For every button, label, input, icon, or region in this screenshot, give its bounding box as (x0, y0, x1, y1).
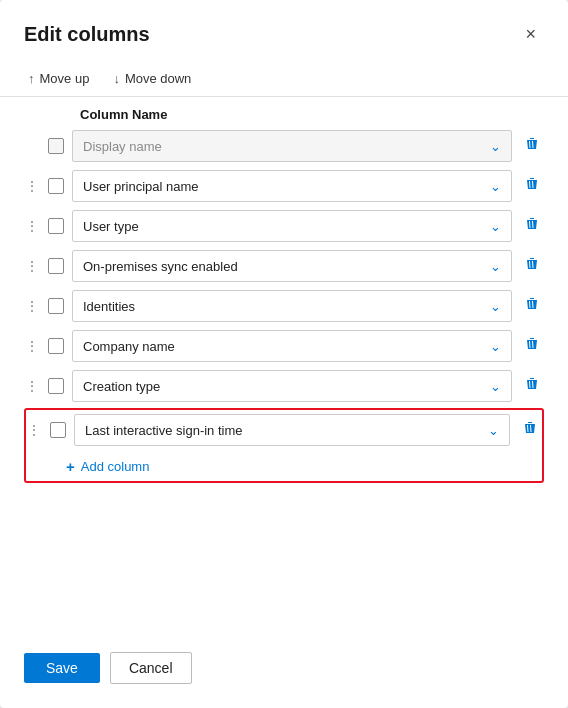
column-select[interactable]: Identities⌄ (72, 290, 512, 322)
delete-column-button[interactable] (520, 294, 544, 318)
table-row: ⋮User principal name⌄ (24, 168, 544, 204)
drag-handle-icon[interactable]: ⋮ (24, 378, 40, 394)
chevron-down-icon: ⌄ (488, 423, 499, 438)
highlighted-section: ⋮Last interactive sign-in time⌄ +Add col… (24, 408, 544, 483)
column-select[interactable]: User type⌄ (72, 210, 512, 242)
row-checkbox[interactable] (50, 422, 66, 438)
move-up-icon: ↑ (28, 71, 35, 86)
column-select-label: Creation type (83, 379, 160, 394)
drag-handle-icon[interactable]: ⋮ (24, 178, 40, 194)
column-select[interactable]: Company name⌄ (72, 330, 512, 362)
delete-column-button[interactable] (520, 334, 544, 358)
table-row: ⋮Creation type⌄ (24, 368, 544, 404)
column-select-label: User type (83, 219, 139, 234)
column-select-label: On-premises sync enabled (83, 259, 238, 274)
cancel-button[interactable]: Cancel (110, 652, 192, 684)
column-select[interactable]: Display name⌄ (72, 130, 512, 162)
delete-column-button[interactable] (520, 174, 544, 198)
table-row: ⋮On-premises sync enabled⌄ (24, 248, 544, 284)
chevron-down-icon: ⌄ (490, 379, 501, 394)
column-select[interactable]: Last interactive sign-in time⌄ (74, 414, 510, 446)
add-column-label: Add column (81, 459, 150, 474)
table-row: ⋮Company name⌄ (24, 328, 544, 364)
delete-column-button[interactable] (520, 254, 544, 278)
add-column-button[interactable]: +Add column (26, 452, 542, 479)
dialog-title: Edit columns (24, 23, 150, 46)
move-up-label: Move up (40, 71, 90, 86)
edit-columns-dialog: Edit columns × ↑ Move up ↓ Move down Col… (0, 0, 568, 708)
delete-column-button[interactable] (520, 374, 544, 398)
column-name-header: Column Name (0, 97, 568, 128)
delete-column-button[interactable] (518, 418, 542, 442)
chevron-down-icon: ⌄ (490, 179, 501, 194)
column-select-label: Company name (83, 339, 175, 354)
move-down-button[interactable]: ↓ Move down (109, 69, 195, 88)
dialog-header: Edit columns × (0, 0, 568, 61)
row-checkbox[interactable] (48, 298, 64, 314)
column-select[interactable]: User principal name⌄ (72, 170, 512, 202)
drag-handle-icon[interactable]: ⋮ (24, 298, 40, 314)
move-up-button[interactable]: ↑ Move up (24, 69, 93, 88)
delete-column-button[interactable] (520, 214, 544, 238)
add-icon: + (66, 458, 75, 475)
dialog-footer: Save Cancel (0, 632, 568, 708)
table-row: ⋮Identities⌄ (24, 288, 544, 324)
column-select-label: Identities (83, 299, 135, 314)
drag-handle-icon[interactable]: ⋮ (24, 218, 40, 234)
table-row: Display name⌄ (24, 128, 544, 164)
table-row: ⋮Last interactive sign-in time⌄ (26, 412, 542, 448)
save-button[interactable]: Save (24, 653, 100, 683)
row-checkbox[interactable] (48, 218, 64, 234)
column-list: Display name⌄ ⋮User principal name⌄ ⋮Use… (0, 128, 568, 632)
drag-handle-icon[interactable]: ⋮ (24, 258, 40, 274)
column-select[interactable]: On-premises sync enabled⌄ (72, 250, 512, 282)
row-checkbox[interactable] (48, 378, 64, 394)
delete-column-button (520, 134, 544, 158)
column-select-label: User principal name (83, 179, 199, 194)
column-select-label: Last interactive sign-in time (85, 423, 243, 438)
row-checkbox[interactable] (48, 338, 64, 354)
chevron-down-icon: ⌄ (490, 339, 501, 354)
column-select-label: Display name (83, 139, 162, 154)
chevron-down-icon: ⌄ (490, 299, 501, 314)
table-row: ⋮User type⌄ (24, 208, 544, 244)
chevron-down-icon: ⌄ (490, 219, 501, 234)
row-checkbox (48, 138, 64, 154)
column-select[interactable]: Creation type⌄ (72, 370, 512, 402)
move-down-label: Move down (125, 71, 191, 86)
chevron-down-icon: ⌄ (490, 139, 501, 154)
chevron-down-icon: ⌄ (490, 259, 501, 274)
move-down-icon: ↓ (113, 71, 120, 86)
toolbar: ↑ Move up ↓ Move down (0, 61, 568, 97)
drag-handle-icon[interactable]: ⋮ (24, 338, 40, 354)
row-checkbox[interactable] (48, 178, 64, 194)
row-checkbox[interactable] (48, 258, 64, 274)
close-button[interactable]: × (517, 20, 544, 49)
drag-handle-icon[interactable]: ⋮ (26, 422, 42, 438)
